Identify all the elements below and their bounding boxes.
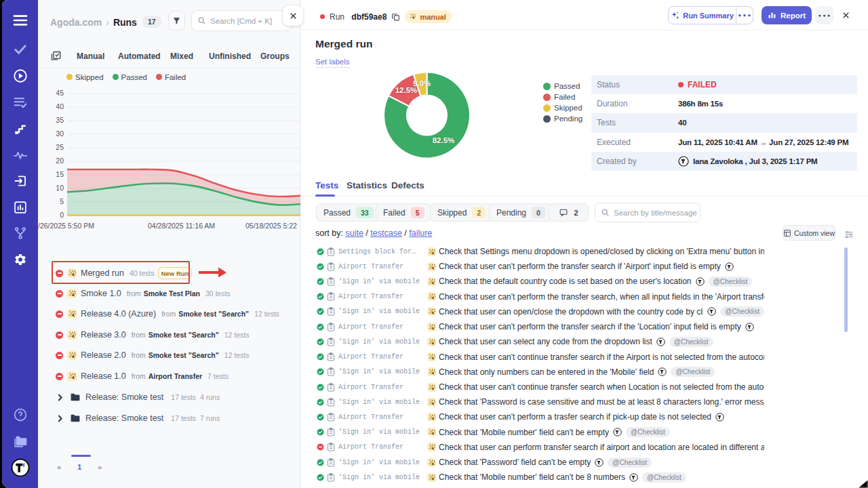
svg-text:5.0%: 5.0% bbox=[413, 79, 431, 87]
svg-text:05/18/2025 5:22: 05/18/2025 5:22 bbox=[245, 222, 297, 230]
svg-text:30: 30 bbox=[56, 129, 64, 138]
svg-text:04/28/2025 11:16 AM: 04/28/2025 11:16 AM bbox=[148, 222, 215, 230]
svg-text:35: 35 bbox=[56, 116, 64, 124]
svg-text:/26/2025 5:50 PM: /26/2025 5:50 PM bbox=[38, 222, 94, 230]
svg-text:82.5%: 82.5% bbox=[433, 136, 455, 144]
svg-text:0: 0 bbox=[60, 211, 64, 219]
svg-text:40: 40 bbox=[56, 102, 64, 110]
svg-text:10: 10 bbox=[56, 184, 64, 192]
svg-text:45: 45 bbox=[56, 89, 64, 97]
svg-text:20: 20 bbox=[56, 157, 64, 165]
svg-text:5: 5 bbox=[60, 197, 64, 205]
svg-text:25: 25 bbox=[56, 143, 64, 151]
svg-text:15: 15 bbox=[56, 170, 64, 178]
